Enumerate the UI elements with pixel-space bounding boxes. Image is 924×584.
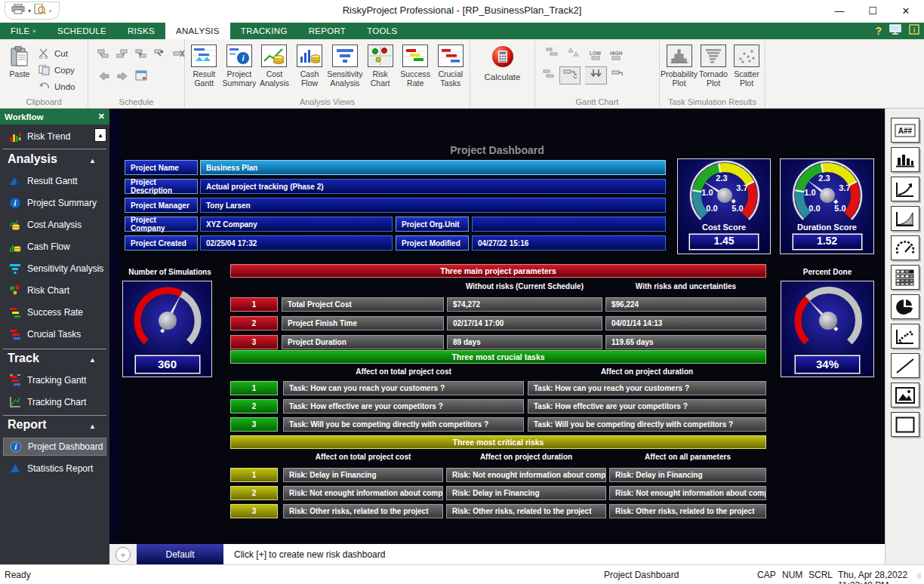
add-dashboard-button[interactable]: + xyxy=(116,547,131,562)
summary-bars-icon[interactable] xyxy=(546,47,558,60)
risk-chart-button[interactable]: Risk Chart xyxy=(362,43,398,88)
back-arrow-icon[interactable] xyxy=(99,70,109,84)
resize-grip-icon[interactable]: ⠿ xyxy=(916,573,922,580)
tab-schedule[interactable]: SCHEDULE xyxy=(47,23,117,39)
project-company-value[interactable]: XYZ Company xyxy=(200,217,393,232)
success-rate-button[interactable]: Success Rate xyxy=(398,43,433,88)
params-row-with: 119.65 days xyxy=(605,335,766,349)
project-modified-value[interactable]: 04/27/22 15:16 xyxy=(472,235,666,251)
sidebar-item-project-summary[interactable]: i Project Summary xyxy=(3,194,106,212)
section-analysis[interactable]: Analysis xyxy=(8,152,57,166)
bar-chart-tool[interactable] xyxy=(891,147,919,172)
risks-row-number: 2 xyxy=(230,486,278,500)
high-results-icon[interactable]: HIGH xyxy=(610,51,622,60)
info-icon[interactable]: i xyxy=(909,24,919,38)
paste-button[interactable]: Paste xyxy=(5,45,35,94)
crucial-tasks-button[interactable]: Crucial Tasks xyxy=(433,43,468,88)
close-button[interactable]: ✕ xyxy=(889,0,922,21)
deadlines-icon[interactable] xyxy=(559,66,581,85)
area-curve-tool[interactable] xyxy=(891,206,919,231)
project-org-unit-value[interactable] xyxy=(472,217,666,232)
params-row-name: Project Finish Time xyxy=(282,316,444,330)
collapse-report-icon[interactable]: ▲ xyxy=(89,423,96,430)
workflow-scroll-up-button[interactable]: ▲ xyxy=(94,128,106,142)
simulations-label: Number of Simulations xyxy=(109,268,230,276)
low-results-icon[interactable]: LOW xyxy=(590,51,601,60)
baseline-icon[interactable] xyxy=(611,69,624,82)
indent-task-icon[interactable] xyxy=(97,48,109,61)
status-num-lock[interactable]: NUM xyxy=(782,570,802,580)
help-icon[interactable]: ? xyxy=(875,25,882,37)
status-scroll-lock[interactable]: SCRL xyxy=(808,570,833,580)
sidebar-item-sensitivity-analysis[interactable]: Sensitivity Analysis xyxy=(3,260,106,278)
sidebar-item-tracking-chart[interactable]: Tracking Chart xyxy=(3,393,106,411)
section-report[interactable]: Report xyxy=(8,418,47,432)
sidebar-item-result-gantt[interactable]: Result Gantt xyxy=(3,172,106,190)
grid-tool[interactable] xyxy=(891,265,919,290)
calculate-button[interactable]: Calculate xyxy=(470,41,534,82)
tab-file[interactable]: FILE ˅ xyxy=(0,23,47,39)
gauge-tool[interactable] xyxy=(891,235,919,260)
calendar-icon[interactable] xyxy=(135,70,147,84)
tab-tracking[interactable]: TRACKING xyxy=(230,23,298,39)
tab-report[interactable]: REPORT xyxy=(298,23,357,39)
risk-all: Risk: Other risks, related to the projec… xyxy=(609,504,766,518)
image-tool[interactable] xyxy=(891,383,919,407)
copy-button[interactable]: Copy xyxy=(38,63,75,77)
undo-button[interactable]: Undo xyxy=(38,80,75,94)
link-tasks-icon[interactable] xyxy=(135,48,147,61)
tab-tools[interactable]: TOOLS xyxy=(356,23,408,39)
maximize-button[interactable]: ☐ xyxy=(856,0,889,21)
forward-arrow-icon[interactable] xyxy=(117,70,128,84)
status-caps-lock[interactable]: CAP xyxy=(757,570,776,580)
project-created-value[interactable]: 02/25/04 17:32 xyxy=(200,235,393,251)
svg-text:5.0: 5.0 xyxy=(834,204,845,213)
project-summary-button[interactable]: i Project Summary xyxy=(222,43,257,88)
simulations-value: 360 xyxy=(135,355,200,373)
line-tool[interactable] xyxy=(891,353,919,378)
curve-arrow-tool[interactable] xyxy=(891,177,919,201)
scatter-tool[interactable] xyxy=(891,324,919,349)
workflow-close-icon[interactable]: ✕ xyxy=(98,112,105,121)
sidebar-item-tracking-gantt[interactable]: Tracking Gantt xyxy=(3,371,106,389)
sidebar-item-crucial-tasks[interactable]: Crucial Tasks xyxy=(3,325,106,343)
minimize-button[interactable]: — xyxy=(823,0,856,21)
statistics-report-icon xyxy=(9,463,21,475)
pie-chart-tool[interactable] xyxy=(891,294,919,319)
sidebar-item-risk-chart[interactable]: Risk Chart xyxy=(3,281,106,300)
tab-analysis[interactable]: ANALYSIS xyxy=(165,23,230,39)
sidebar-item-project-dashboard[interactable]: i Project Dashboard xyxy=(3,438,106,456)
risk-chart-icon xyxy=(9,284,21,297)
remove-links-icon[interactable] xyxy=(173,48,185,61)
project-name-value[interactable]: Business Plan xyxy=(200,160,666,175)
unlink-tasks-icon[interactable] xyxy=(154,48,166,61)
collapse-track-icon[interactable]: ▲ xyxy=(89,356,96,364)
cash-flow-button[interactable]: Cash Flow xyxy=(292,43,328,88)
sidebar-item-risk-trend[interactable]: Risk Trend xyxy=(3,128,106,146)
sidebar-item-statistics-report[interactable]: Statistics Report xyxy=(3,460,106,478)
sidebar-item-cost-analysis[interactable]: Cost Analysis xyxy=(3,216,106,234)
monitor-icon[interactable] xyxy=(889,24,901,38)
sidebar-item-cash-flow[interactable]: Cash Flow xyxy=(3,238,106,256)
outdent-task-icon[interactable] xyxy=(116,48,128,61)
scatter-plot-button[interactable]: Scatter Plot xyxy=(730,43,763,88)
tab-risks[interactable]: RISKS xyxy=(117,23,165,39)
text-label-tool[interactable]: A## xyxy=(891,118,919,143)
tornado-plot-button[interactable]: Tornado Plot xyxy=(697,43,730,88)
result-gantt-button[interactable]: Result Gantt xyxy=(186,43,222,88)
milestones-icon[interactable] xyxy=(567,47,581,60)
project-description-value[interactable]: Actual project tracking (Phase 2) xyxy=(200,179,666,194)
current-schedule-icon[interactable] xyxy=(543,69,555,82)
svg-text:1.0: 1.0 xyxy=(701,188,713,197)
collapse-analysis-icon[interactable]: ▲ xyxy=(89,157,96,164)
sidebar-item-success-rate[interactable]: Success Rate xyxy=(3,303,106,321)
arrows-down-icon[interactable] xyxy=(585,66,607,85)
cost-analysis-button[interactable]: Cost Analysis xyxy=(257,43,292,88)
probability-plot-button[interactable]: Probability Plot xyxy=(661,43,697,88)
project-manager-value[interactable]: Tony Larsen xyxy=(200,198,666,213)
rectangle-tool[interactable] xyxy=(891,412,919,437)
cut-button[interactable]: Cut xyxy=(38,47,75,60)
sensitivity-analysis-button[interactable]: Sensitivity Analysis xyxy=(327,43,362,88)
tab-default-dashboard[interactable]: Default xyxy=(137,544,223,565)
section-track[interactable]: Track xyxy=(8,352,39,365)
